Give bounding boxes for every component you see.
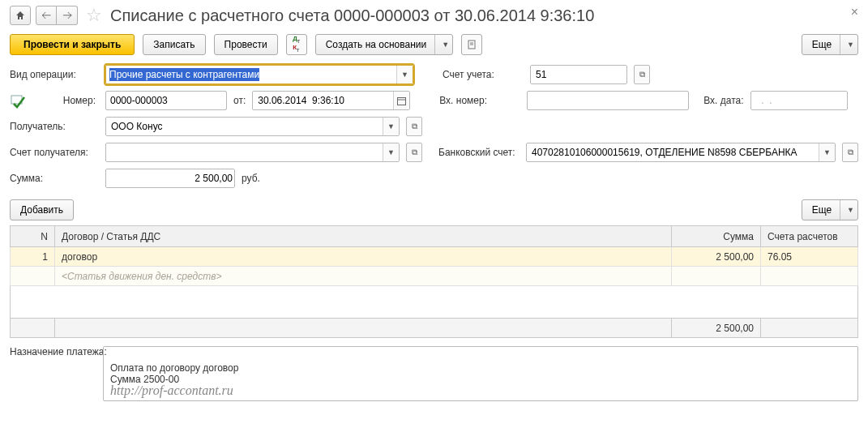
chevron-down-icon[interactable]: ▼ (383, 118, 399, 135)
open-ref-button[interactable] (634, 65, 650, 84)
account-value[interactable] (531, 66, 627, 83)
home-button[interactable] (10, 6, 31, 25)
col-sum[interactable]: Сумма (672, 226, 761, 247)
page-title: Списание с расчетного счета 0000-000003 … (110, 6, 594, 25)
nav-back-button[interactable]: 🡠 (36, 6, 57, 25)
nav-forward-button[interactable]: 🡢 (57, 6, 78, 25)
ext-date-label: Вх. дата: (703, 95, 743, 106)
post-button[interactable]: Провести (214, 34, 278, 55)
bank-account-select[interactable]: ▼ (526, 143, 836, 162)
close-icon[interactable]: × (851, 5, 858, 19)
operation-type-label: Вид операции: (10, 69, 99, 80)
payments-table: N Договор / Статья ДДС Сумма Счета расче… (10, 225, 858, 338)
purpose-text: Оплата по договору договор Сумма 2500-00 (110, 362, 238, 385)
from-label: от: (233, 95, 246, 106)
chevron-down-icon[interactable]: ▼ (819, 143, 835, 161)
col-contract[interactable]: Договор / Статья ДДС (55, 226, 672, 247)
table-total-row: 2 500,00 (11, 319, 858, 338)
recipient-label: Получатель: (10, 121, 99, 132)
recipient-select[interactable]: ▼ (105, 117, 400, 136)
open-ref-button[interactable] (406, 117, 422, 136)
operation-type-value: Прочие расчеты с контрагентами (109, 68, 259, 81)
favorite-star-icon[interactable]: ☆ (86, 5, 102, 26)
ext-number-input[interactable] (527, 91, 689, 110)
table-empty-row (11, 286, 858, 319)
ext-number-label: Вх. номер: (439, 95, 520, 106)
posted-status-icon (10, 92, 26, 109)
chevron-down-icon: ▼ (434, 35, 449, 54)
cell-n[interactable]: 1 (11, 247, 55, 267)
table-header-row: N Договор / Статья ДДС Сумма Счета расче… (11, 226, 858, 247)
recipient-account-select[interactable]: ▼ (105, 143, 400, 162)
cell-account[interactable]: 76.05 (761, 247, 858, 267)
account-label: Счет учета: (443, 69, 524, 80)
currency-label: руб. (242, 173, 260, 184)
write-button[interactable]: Записать (143, 34, 205, 55)
cell-sum[interactable]: 2 500,00 (672, 247, 761, 267)
sum-label: Сумма: (10, 173, 99, 184)
open-ref-button[interactable] (406, 143, 422, 162)
table-row[interactable]: <Статья движения ден. средств> (11, 267, 858, 286)
purpose-textarea[interactable]: Оплата по договору договор Сумма 2500-00… (103, 346, 858, 401)
create-based-label: Создать на основании (326, 39, 427, 50)
chevron-down-icon[interactable]: ▼ (383, 143, 399, 161)
create-based-button[interactable]: Создать на основании ▼ (315, 34, 453, 55)
number-label: Номер: (32, 95, 99, 106)
table-more-label: Еще (812, 204, 832, 216)
more-toolbar-button[interactable]: Еще ▼ (802, 34, 858, 55)
table-row[interactable]: 1 договор 2 500,00 76.05 (11, 247, 858, 267)
ext-date-input[interactable] (750, 91, 848, 110)
calendar-icon[interactable] (393, 92, 409, 109)
attachment-icon[interactable] (461, 34, 482, 55)
watermark: http://prof-accontant.ru (110, 383, 233, 398)
col-accounts[interactable]: Счета расчетов (761, 226, 858, 247)
bank-account-label: Банковский счет: (438, 147, 520, 158)
purpose-label: Назначение платежа: (10, 346, 95, 401)
more-toolbar-label: Еще (812, 39, 832, 50)
cell-contract[interactable]: договор (55, 247, 672, 267)
chevron-down-icon: ▼ (840, 35, 854, 54)
table-more-button[interactable]: Еще ▼ (802, 199, 858, 220)
chevron-down-icon: ▼ (840, 200, 854, 220)
number-input[interactable] (105, 91, 227, 110)
col-n[interactable]: N (11, 226, 55, 247)
open-ref-button[interactable] (842, 143, 858, 162)
add-row-button[interactable]: Добавить (10, 199, 74, 220)
cell-dds[interactable]: <Статья движения ден. средств> (55, 267, 672, 286)
post-and-close-button[interactable]: Провести и закрыть (10, 34, 135, 55)
sum-input[interactable] (105, 169, 235, 188)
account-select[interactable]: ▼ (530, 65, 627, 84)
operation-type-select[interactable]: Прочие расчеты с контрагентами ▼ (105, 65, 413, 84)
dt-kt-icon[interactable]: ДтКт (286, 34, 307, 55)
date-input[interactable] (252, 91, 410, 110)
total-sum: 2 500,00 (672, 319, 761, 338)
svg-rect-4 (398, 97, 406, 105)
chevron-down-icon[interactable]: ▼ (396, 66, 413, 83)
recipient-account-label: Счет получателя: (10, 147, 99, 158)
